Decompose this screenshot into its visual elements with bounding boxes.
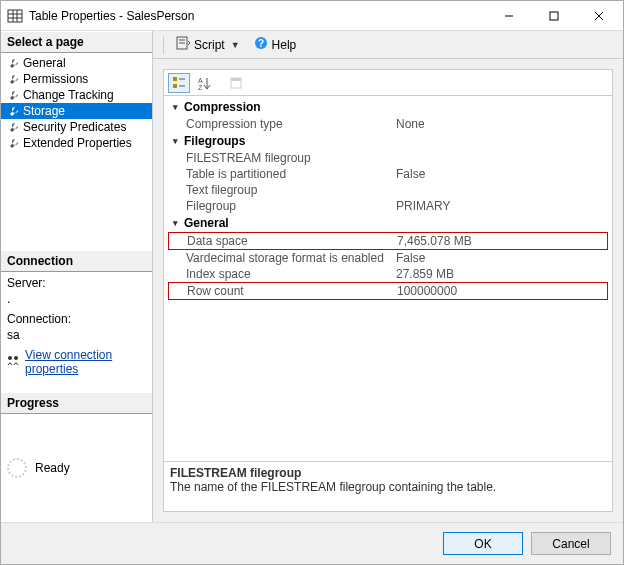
page-item-label: Permissions [23,72,88,86]
dialog-footer: OK Cancel [1,522,623,564]
cancel-button[interactable]: Cancel [531,532,611,555]
progress-body: Ready [1,414,152,523]
view-connection-properties-link[interactable]: View connection properties [25,348,146,376]
property-name: Table is partitioned [186,167,396,181]
page-item-label: Storage [23,104,65,118]
window-title: Table Properties - SalesPerson [29,9,486,23]
property-name: Text filegroup [186,183,396,197]
close-button[interactable] [576,1,621,30]
wrench-icon [7,58,19,69]
help-icon: ? [254,36,268,53]
page-item-label: Extended Properties [23,136,132,150]
svg-rect-0 [8,10,22,22]
property-value: None [396,117,608,131]
wrench-icon [7,122,19,133]
property-pages-button [225,73,247,93]
maximize-button[interactable] [531,1,576,30]
connection-properties-icon [7,354,21,369]
wrench-icon [7,106,19,117]
script-icon [176,36,190,53]
property-row[interactable]: Vardecimal storage format is enabledFals… [168,250,608,266]
wrench-icon [7,138,19,149]
page-list: GeneralPermissionsChange TrackingStorage… [1,53,152,153]
category-compression[interactable]: ▾Compression [168,98,608,116]
property-row[interactable]: Index space27.859 MB [168,266,608,282]
description-pane: FILESTREAM filegroup The name of the FIL… [164,461,612,511]
property-name: Filegroup [186,199,396,213]
property-row[interactable]: Data space7,465.078 MB [168,232,608,250]
property-value: 100000000 [397,284,607,298]
svg-point-9 [8,356,12,360]
svg-text:Z: Z [198,84,203,90]
property-value: 27.859 MB [396,267,608,281]
description-text: The name of the FILESTREAM filegroup con… [170,480,606,494]
property-row[interactable]: Row count100000000 [168,282,608,300]
progress-text: Ready [35,461,70,475]
property-name: FILESTREAM filegroup [186,151,396,165]
category-filegroups[interactable]: ▾Filegroups [168,132,608,150]
property-value: PRIMARY [396,199,608,213]
property-grid-toolbar: AZ [164,70,612,96]
property-value: False [396,251,608,265]
alphabetical-view-button[interactable]: AZ [193,73,215,93]
property-name: Data space [187,234,397,248]
property-value [396,151,608,165]
help-label: Help [272,38,297,52]
svg-rect-24 [231,78,241,81]
page-item-change-tracking[interactable]: Change Tracking [1,87,152,103]
connection-body: Server: . Connection: sa View connection… [1,272,152,392]
script-label: Script [194,38,225,52]
wrench-icon [7,74,19,85]
expand-icon[interactable]: ▾ [170,218,180,228]
chevron-down-icon: ▼ [231,40,240,50]
expand-icon[interactable]: ▾ [170,136,180,146]
progress-header: Progress [1,392,152,414]
svg-text:A: A [198,77,203,84]
property-value [396,183,608,197]
category-label: Filegroups [184,134,245,148]
property-grid[interactable]: ▾CompressionCompression typeNone▾Filegro… [164,96,612,461]
ok-button[interactable]: OK [443,532,523,555]
toolbar: Script ▼ ? Help [153,31,623,59]
svg-text:?: ? [258,38,264,49]
wrench-icon [7,90,19,101]
description-title: FILESTREAM filegroup [170,466,606,480]
page-item-label: Security Predicates [23,120,126,134]
property-grid-container: AZ ▾CompressionCompression typeNone▾File… [163,69,613,512]
help-button[interactable]: ? Help [250,34,301,55]
property-row[interactable]: FilegroupPRIMARY [168,198,608,214]
svg-rect-17 [173,84,177,88]
svg-point-10 [14,356,18,360]
page-item-label: General [23,56,66,70]
property-row[interactable]: FILESTREAM filegroup [168,150,608,166]
property-name: Index space [186,267,396,281]
category-label: General [184,216,229,230]
progress-spinner-icon [7,458,27,478]
svg-rect-6 [550,12,558,20]
page-item-security-predicates[interactable]: Security Predicates [1,119,152,135]
page-item-storage[interactable]: Storage [1,103,152,119]
minimize-button[interactable] [486,1,531,30]
property-row[interactable]: Compression typeNone [168,116,608,132]
property-row[interactable]: Table is partitionedFalse [168,166,608,182]
property-name: Row count [187,284,397,298]
categorized-view-button[interactable] [168,73,190,93]
category-general[interactable]: ▾General [168,214,608,232]
right-panel: Script ▼ ? Help AZ ▾Compress [153,31,623,522]
select-page-header: Select a page [1,31,152,53]
property-name: Vardecimal storage format is enabled [186,251,396,265]
property-value: False [396,167,608,181]
page-item-label: Change Tracking [23,88,114,102]
page-item-extended-properties[interactable]: Extended Properties [1,135,152,151]
connection-header: Connection [1,250,152,272]
page-item-general[interactable]: General [1,55,152,71]
property-value: 7,465.078 MB [397,234,607,248]
titlebar: Table Properties - SalesPerson [1,1,623,31]
connection-value: sa [7,328,146,342]
server-label: Server: [7,276,146,290]
table-icon [7,8,23,24]
script-button[interactable]: Script ▼ [172,34,244,55]
page-item-permissions[interactable]: Permissions [1,71,152,87]
property-row[interactable]: Text filegroup [168,182,608,198]
expand-icon[interactable]: ▾ [170,102,180,112]
